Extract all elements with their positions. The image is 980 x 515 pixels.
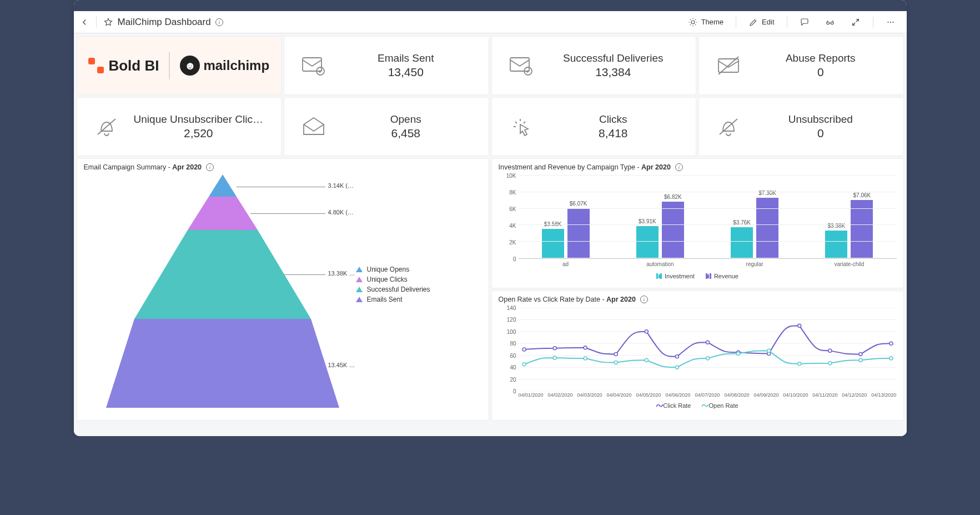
svg-point-39 bbox=[614, 361, 617, 364]
svg-marker-14 bbox=[106, 319, 339, 408]
svg-point-27 bbox=[645, 330, 648, 333]
svg-point-25 bbox=[584, 346, 587, 349]
svg-marker-12 bbox=[188, 197, 258, 230]
svg-point-45 bbox=[797, 362, 801, 366]
page-title: MailChimp Dashboard bbox=[118, 17, 211, 28]
comment-icon bbox=[800, 17, 810, 27]
svg-point-26 bbox=[614, 353, 617, 356]
bell-slash-icon bbox=[709, 113, 748, 140]
svg-point-0 bbox=[691, 21, 695, 24]
expand-icon bbox=[851, 17, 861, 27]
click-icon bbox=[502, 113, 541, 140]
panel-bar: Investment and Revenue by Campaign Type … bbox=[492, 159, 903, 288]
edit-button[interactable]: Edit bbox=[743, 15, 780, 29]
svg-point-44 bbox=[767, 349, 770, 352]
comment-button[interactable] bbox=[794, 15, 815, 29]
svg-point-37 bbox=[553, 356, 556, 359]
svg-point-47 bbox=[858, 358, 862, 362]
svg-point-32 bbox=[797, 324, 801, 327]
svg-rect-8 bbox=[510, 58, 529, 71]
mail-open-icon bbox=[294, 113, 333, 140]
panel-title: Investment and Revenue by Campaign Type … bbox=[499, 163, 897, 171]
svg-point-36 bbox=[522, 363, 526, 366]
kpi-abuse[interactable]: Abuse Reports0 bbox=[699, 37, 903, 94]
pyramid-chart[interactable]: 3.14K (… 4.80K (… 13.38K … 13.45K … Uniq… bbox=[84, 174, 482, 408]
panel-title: Open Rate vs Click Rate by Date - Apr 20… bbox=[499, 296, 897, 303]
svg-point-23 bbox=[522, 348, 526, 351]
svg-point-43 bbox=[736, 352, 740, 356]
svg-point-42 bbox=[706, 357, 709, 360]
svg-point-5 bbox=[892, 21, 893, 22]
mail-check-icon bbox=[294, 52, 333, 79]
info-icon[interactable]: i bbox=[640, 296, 648, 303]
bell-slash-icon bbox=[87, 113, 126, 140]
svg-point-29 bbox=[706, 341, 709, 344]
info-icon[interactable]: i bbox=[215, 18, 223, 26]
kpi-unsub-clicks[interactable]: Unique Unsubscriber Clic…2,520 bbox=[77, 98, 282, 156]
panel-pyramid: Email Campaign Summary - Apr 2020i 3.14K… bbox=[77, 159, 489, 420]
bar-chart[interactable]: 02K4K6K8K10K $3.58K$6.07K$3.91K$6.82K$3.… bbox=[499, 176, 897, 259]
kpi-grid: Bold BI ☻mailchimp Emails Sent13,450 Suc… bbox=[77, 37, 903, 156]
pencil-icon bbox=[748, 17, 758, 27]
svg-point-40 bbox=[645, 358, 648, 362]
star-icon[interactable] bbox=[103, 17, 113, 27]
kpi-unsubscribed[interactable]: Unsubscribed0 bbox=[699, 98, 903, 156]
info-icon[interactable]: i bbox=[206, 163, 214, 171]
svg-point-48 bbox=[889, 357, 892, 360]
back-icon[interactable] bbox=[79, 17, 89, 27]
mailchimp-logo: ☻mailchimp bbox=[180, 56, 269, 76]
info-icon[interactable]: i bbox=[675, 163, 683, 171]
panel-title: Email Campaign Summary - Apr 2020i bbox=[84, 163, 482, 171]
svg-point-46 bbox=[828, 362, 831, 365]
dashboard-content: Bold BI ☻mailchimp Emails Sent13,450 Suc… bbox=[74, 33, 907, 436]
svg-point-3 bbox=[887, 21, 888, 22]
svg-point-33 bbox=[828, 349, 831, 352]
window-chrome bbox=[74, 0, 907, 11]
logo-card: Bold BI ☻mailchimp bbox=[77, 37, 282, 94]
app-window: MailChimp Dashboard i Theme Edit Bold BI… bbox=[74, 0, 907, 436]
glasses-icon bbox=[825, 17, 835, 27]
svg-marker-11 bbox=[209, 174, 237, 197]
more-icon bbox=[886, 17, 896, 27]
svg-point-35 bbox=[889, 342, 892, 345]
mail-slash-icon bbox=[709, 52, 748, 79]
kpi-deliveries[interactable]: Successful Deliveries13,384 bbox=[492, 37, 696, 94]
svg-point-4 bbox=[889, 21, 891, 22]
panel-line: Open Rate vs Click Rate by Date - Apr 20… bbox=[492, 291, 903, 420]
svg-point-34 bbox=[858, 353, 862, 356]
svg-point-38 bbox=[584, 357, 587, 360]
line-chart[interactable]: 020406080100120140 bbox=[499, 308, 897, 391]
kpi-emails-sent[interactable]: Emails Sent13,450 bbox=[284, 37, 489, 94]
svg-rect-6 bbox=[303, 58, 321, 71]
boldbi-logo: Bold BI bbox=[88, 57, 159, 74]
svg-point-28 bbox=[675, 355, 679, 358]
fullscreen-button[interactable] bbox=[845, 15, 866, 29]
theme-button[interactable]: Theme bbox=[682, 15, 729, 29]
kpi-clicks[interactable]: Clicks8,418 bbox=[492, 98, 696, 156]
kpi-opens[interactable]: Opens6,458 bbox=[284, 98, 489, 156]
more-button[interactable] bbox=[880, 15, 901, 29]
mail-check-icon bbox=[502, 52, 541, 79]
toolbar: MailChimp Dashboard i Theme Edit bbox=[74, 11, 907, 33]
svg-point-41 bbox=[675, 366, 679, 369]
svg-point-24 bbox=[553, 347, 556, 350]
pyramid-legend: Unique Opens Unique Clicks Successful De… bbox=[356, 263, 430, 306]
line-legend: Click Rate Open Rate bbox=[499, 402, 897, 409]
bar-legend: Investment Revenue bbox=[499, 273, 897, 279]
link-button[interactable] bbox=[820, 15, 841, 29]
theme-icon bbox=[688, 17, 698, 27]
